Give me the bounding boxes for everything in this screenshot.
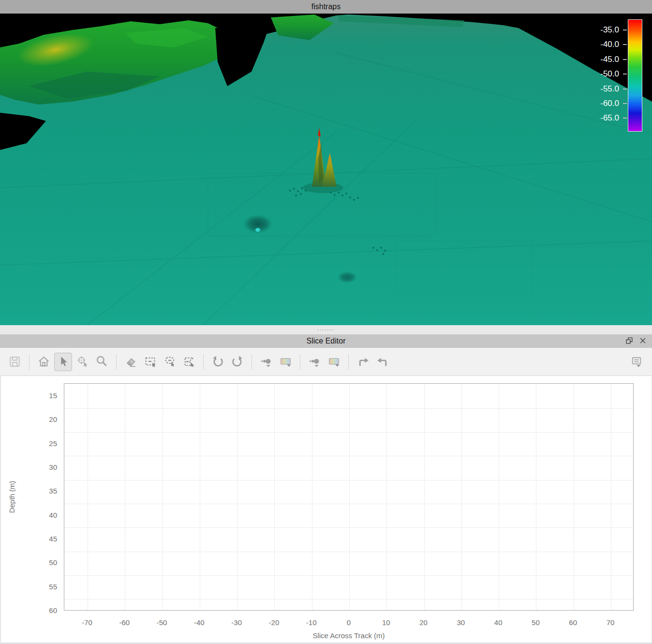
h-gridline — [64, 527, 633, 528]
deselect-lasso-icon — [163, 355, 176, 368]
slice-editor-toolbar — [0, 348, 652, 376]
deselect-rectangle-icon — [144, 355, 157, 368]
slice-plot-area[interactable] — [64, 383, 634, 611]
x-tick-label: 20 — [419, 617, 428, 628]
colorbar-label: -50.0 — [585, 69, 619, 79]
pointer-select-button[interactable] — [54, 353, 72, 371]
view3d-titlebar: fishtraps — [0, 0, 652, 14]
y-tick-label: 55 — [1, 582, 57, 592]
colormap-large-button[interactable] — [325, 353, 343, 371]
h-gridline — [64, 480, 633, 480]
zoom-to-point-icon — [76, 355, 89, 368]
seafloor-3d-render — [0, 14, 652, 325]
v-gridline — [274, 384, 275, 610]
v-gridline — [424, 384, 425, 610]
view3d-title: fishtraps — [311, 2, 341, 11]
colorbar-tick — [623, 103, 627, 104]
deselect-polygon-icon — [182, 355, 195, 368]
y-tick-label: 20 — [1, 414, 57, 425]
v-gridline — [312, 384, 312, 610]
v-gridline — [461, 384, 462, 610]
h-gridline — [64, 504, 633, 504]
save-button[interactable] — [6, 353, 24, 371]
home-icon — [37, 355, 50, 368]
h-gridline — [64, 432, 633, 433]
v-gridline — [499, 384, 499, 610]
annotation-options-button[interactable] — [627, 353, 645, 371]
slice-editor-title: Slice Editor — [307, 337, 346, 345]
y-tick-label: 50 — [1, 557, 57, 568]
colorbar-tick — [623, 118, 627, 119]
x-tick-label: 10 — [382, 617, 390, 628]
turn-right-arrow-icon — [356, 355, 370, 368]
v-gridline — [574, 384, 574, 610]
float-panel-button[interactable] — [624, 336, 635, 346]
v-gridline — [386, 384, 387, 610]
x-tick-label: -20 — [269, 617, 280, 628]
y-axis-label: Depth (m) — [8, 481, 16, 513]
colorbar-gradient — [628, 19, 642, 132]
colorbar-label: -35.0 — [585, 25, 619, 35]
colorbar-label: -65.0 — [585, 113, 619, 123]
splitter-handle-icon — [318, 329, 334, 330]
colorbar-label: -45.0 — [585, 54, 619, 65]
toolbar-separator — [348, 354, 349, 370]
x-tick-label: 60 — [569, 617, 577, 628]
colormap-icon — [279, 355, 292, 368]
x-tick-label: -50 — [157, 617, 167, 628]
colorbar-label: -60.0 — [585, 98, 619, 109]
deselect-rectangle-button[interactable] — [141, 353, 159, 371]
colorbar-label: -40.0 — [585, 39, 619, 50]
x-tick-label: -40 — [194, 617, 205, 628]
home-button[interactable] — [35, 353, 53, 371]
pointer-cursor-icon — [57, 355, 70, 368]
close-panel-button[interactable] — [637, 336, 648, 346]
y-tick-label: 30 — [1, 462, 57, 473]
h-gridline — [64, 575, 633, 576]
toolbar-separator — [300, 354, 300, 370]
colormap-icon — [327, 355, 341, 368]
undo-icon — [211, 355, 224, 368]
panel-splitter[interactable] — [0, 325, 652, 334]
x-tick-label: 0 — [347, 617, 351, 628]
slice-editor-titlebar[interactable]: Slice Editor — [0, 334, 652, 348]
zoom-button[interactable] — [93, 353, 111, 371]
y-tick-label: 60 — [1, 605, 57, 616]
y-tick-label: 45 — [1, 534, 57, 544]
depth-colorbar: -35.0-40.0-45.0-50.0-55.0-60.0-65.0 — [565, 19, 642, 132]
turn-left-arrow-icon — [376, 355, 389, 368]
x-axis-label: Slice Across Track (m) — [64, 631, 634, 640]
h-gridline — [64, 456, 633, 456]
colorbar-label: -55.0 — [585, 84, 619, 94]
undo-button[interactable] — [209, 353, 227, 371]
x-tick-label: 70 — [607, 617, 615, 628]
deselect-polygon-button[interactable] — [180, 353, 198, 371]
turn-right-button[interactable] — [354, 353, 372, 371]
x-tick-label: -70 — [82, 617, 92, 628]
v-gridline — [536, 384, 536, 610]
v-gridline — [349, 384, 350, 610]
x-tick-label: 30 — [457, 617, 465, 628]
point-display-large-button[interactable] — [306, 353, 324, 371]
turn-left-button[interactable] — [373, 353, 391, 371]
save-icon — [8, 355, 21, 368]
colormap-small-button[interactable] — [277, 353, 295, 371]
slice-chart-panel: 15202530354045505560-70-60-50-40-30-20-1… — [0, 376, 652, 644]
zoom-to-point-button[interactable] — [74, 353, 91, 371]
toolbar-separator — [203, 354, 204, 370]
x-tick-label: -10 — [306, 617, 317, 628]
eraser-button[interactable] — [122, 353, 140, 371]
point-display-small-button[interactable] — [257, 353, 275, 371]
colorbar-tick — [623, 89, 627, 90]
x-tick-label: 50 — [532, 617, 540, 628]
bathymetry-3d-viewport[interactable]: -35.0-40.0-45.0-50.0-55.0-60.0-65.0 — [0, 14, 652, 325]
colorbar-tick — [623, 30, 627, 30]
h-gridline — [64, 552, 633, 552]
redo-icon — [231, 355, 244, 368]
deselect-lasso-button[interactable] — [161, 353, 178, 371]
redo-button[interactable] — [228, 353, 246, 371]
v-gridline — [200, 384, 200, 610]
toolbar-separator — [116, 354, 117, 370]
float-icon — [625, 336, 634, 345]
h-gridline — [64, 599, 633, 599]
